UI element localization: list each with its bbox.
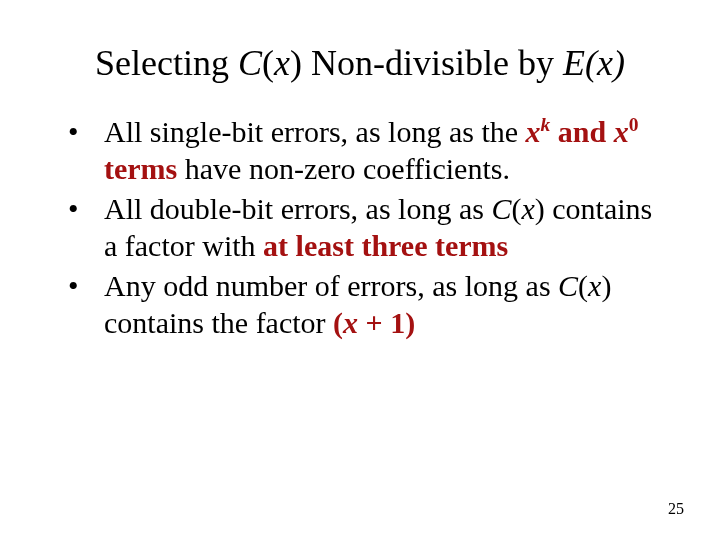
b2-emph: at least three terms <box>263 229 508 262</box>
b2-paren-open: ( <box>511 192 521 225</box>
title-ex: E(x) <box>563 43 625 83</box>
b1-and: and <box>550 115 613 148</box>
b3-factor-open: ( <box>333 306 343 339</box>
slide-title: Selecting C(x) Non-divisible by E(x) <box>0 44 720 84</box>
b3-paren-open: ( <box>578 269 588 302</box>
bullet-1: All single-bit errors, as long as the xk… <box>64 114 660 187</box>
b3-c: C <box>558 269 578 302</box>
b3-factor-x: x <box>343 306 358 339</box>
b2-x: x <box>521 192 534 225</box>
bullet-3: Any odd number of errors, as long as C(x… <box>64 268 660 341</box>
title-paren-open: ( <box>262 43 274 83</box>
title-text-2: ) Non-divisible by <box>290 43 563 83</box>
b1-terms: terms <box>104 152 177 185</box>
b2-text-1: All double-bit errors, as long as <box>104 192 491 225</box>
b1-x0-x: x <box>614 115 629 148</box>
bullet-list: All single-bit errors, as long as the xk… <box>64 114 660 342</box>
b1-xk-x: x <box>526 115 541 148</box>
b1-text-2: have non-zero coefficients. <box>177 152 510 185</box>
b3-factor-rest: + 1) <box>358 306 415 339</box>
bullet-2: All double-bit errors, as long as C(x) c… <box>64 191 660 264</box>
slide: Selecting C(x) Non-divisible by E(x) All… <box>0 0 720 540</box>
title-x: x <box>274 43 290 83</box>
b3-text-1: Any odd number of errors, as long as <box>104 269 558 302</box>
title-c: C <box>238 43 262 83</box>
slide-body: All single-bit errors, as long as the xk… <box>64 114 660 346</box>
title-text-1: Selecting <box>95 43 238 83</box>
b3-x: x <box>588 269 601 302</box>
page-number: 25 <box>668 500 684 518</box>
b1-xk-k: k <box>541 114 551 135</box>
b1-x0-0: 0 <box>629 114 639 135</box>
b1-text-1: All single-bit errors, as long as the <box>104 115 526 148</box>
b2-c: C <box>491 192 511 225</box>
